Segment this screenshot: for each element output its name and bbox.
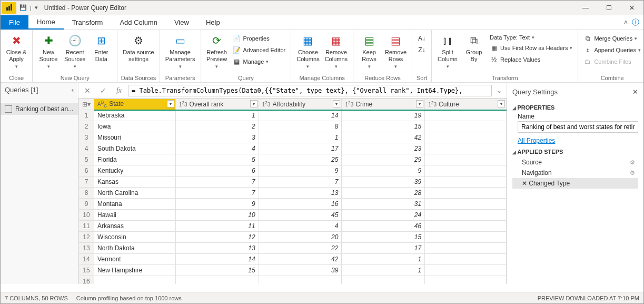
group-datasources: Data Sources xyxy=(121,74,156,82)
recent-sources-button[interactable]: 🕘Recent Sources xyxy=(62,32,87,71)
table-row[interactable]: 8North Carolina71328 xyxy=(79,188,507,199)
filter-icon[interactable]: ▾ xyxy=(250,100,257,107)
data-source-settings-button[interactable]: ⚙Data source settings xyxy=(121,32,156,64)
titlebar: 💾 | ▾ Untitled - Power Query Editor — ☐ … xyxy=(1,1,643,15)
data-type-button[interactable]: Data Type: Text xyxy=(488,33,574,42)
group-transform: Transform xyxy=(435,74,574,82)
step-navigation[interactable]: Navigation⚙ xyxy=(512,168,638,178)
expand-formula-icon[interactable]: ⌄ xyxy=(494,87,504,94)
minimize-button[interactable]: — xyxy=(574,1,597,15)
table-row[interactable]: 14Vermont14421 xyxy=(79,254,507,265)
tab-home[interactable]: Home xyxy=(28,15,64,30)
collapse-ribbon-icon[interactable]: ᐱ xyxy=(624,19,628,25)
refresh-preview-button[interactable]: ⟳Refresh Preview xyxy=(204,32,230,71)
advanced-editor-button[interactable]: 📝Advanced Editor xyxy=(231,45,288,55)
number-type-icon: 123 xyxy=(179,100,187,107)
tab-transform[interactable]: Transform xyxy=(64,15,112,30)
remove-columns-button[interactable]: ▦Remove Columns xyxy=(323,32,350,71)
table-row[interactable]: 10Hawaii104524 xyxy=(79,210,507,221)
table-row[interactable]: 11Arkansas11446 xyxy=(79,221,507,232)
sort-asc-button[interactable]: A↓ xyxy=(415,33,428,44)
query-name-input[interactable] xyxy=(518,121,638,133)
accept-formula-icon[interactable]: ✓ xyxy=(96,85,110,96)
cancel-formula-icon[interactable]: ✕ xyxy=(81,85,94,96)
table-row[interactable]: 5Florida52529 xyxy=(79,154,507,165)
col-crime[interactable]: 123Crime▾ xyxy=(342,99,425,110)
col-state[interactable]: ABCState▾ xyxy=(94,99,176,110)
col-afford[interactable]: 123Affordability▾ xyxy=(259,99,342,110)
step-source[interactable]: Source⚙ xyxy=(512,157,638,168)
applied-steps-section[interactable]: APPLIED STEPS xyxy=(512,149,638,155)
table-row[interactable]: 1Nebraska11419 xyxy=(79,110,507,121)
merge-queries-button[interactable]: ⧉Merge Queries xyxy=(581,33,643,44)
append-queries-button[interactable]: ⩲Append Queries xyxy=(581,45,643,55)
group-combine: Combine xyxy=(581,74,643,82)
properties-section[interactable]: PROPERTIES xyxy=(512,104,638,111)
step-changed-type[interactable]: ✕ Changed Type xyxy=(512,178,638,189)
col-overall[interactable]: 123Overall rank▾ xyxy=(175,99,259,110)
formula-input[interactable] xyxy=(128,85,492,96)
filter-icon[interactable]: ▾ xyxy=(416,100,423,107)
formula-bar: ✕ ✓ fx ⌄ xyxy=(78,83,507,99)
table-row[interactable]: 12Wisconsin122015 xyxy=(79,232,507,243)
all-properties-link[interactable]: All Properties xyxy=(518,137,638,144)
qat-dropdown-icon[interactable]: ▾ xyxy=(35,4,38,11)
enter-data-button[interactable]: ⊞Enter Data xyxy=(88,32,114,64)
gear-icon[interactable]: ⚙ xyxy=(630,159,635,166)
ribbon: ✖Close & Apply Close ✚New Source 🕘Recent… xyxy=(1,30,643,83)
sort-desc-button[interactable]: Z↓ xyxy=(415,45,428,55)
table-row[interactable]: 2Iowa2815 xyxy=(79,121,507,132)
group-query: Query xyxy=(204,74,288,82)
table-row[interactable]: 3Missouri3142 xyxy=(79,132,507,143)
replace-values-button[interactable]: ½Replace Values xyxy=(488,54,574,65)
close-apply-button[interactable]: ✖Close & Apply xyxy=(4,32,29,71)
keep-rows-button[interactable]: ▤Keep Rows xyxy=(356,32,382,71)
manage-button[interactable]: ▦Manage xyxy=(231,56,288,67)
window-title: Untitled - Power Query Editor xyxy=(41,4,126,12)
first-row-headers-button[interactable]: ▦Use First Row as Headers xyxy=(488,43,574,53)
table-row[interactable]: 16 xyxy=(79,276,507,285)
close-settings-icon[interactable]: ✕ xyxy=(632,88,638,96)
collapse-queries-icon[interactable]: ‹ xyxy=(72,86,74,94)
number-type-icon: 123 xyxy=(428,100,437,107)
ribbon-tabs: File Home Transform Add Column View Help… xyxy=(1,15,643,30)
tab-view[interactable]: View xyxy=(166,15,197,30)
save-icon[interactable]: 💾 xyxy=(19,4,27,11)
close-button[interactable]: ✕ xyxy=(620,1,643,15)
tab-help[interactable]: Help xyxy=(197,15,229,30)
queries-pane: Queries [1]‹ Ranking of best an... xyxy=(1,83,78,284)
manage-parameters-button[interactable]: ▭Manage Parameters xyxy=(163,32,197,71)
table-row[interactable]: 13North Dakota132217 xyxy=(79,243,507,254)
svg-rect-0 xyxy=(6,7,8,11)
col-culture[interactable]: 123Culture▾ xyxy=(425,99,507,110)
tab-file[interactable]: File xyxy=(1,15,28,30)
settings-header: Query Settings xyxy=(512,88,558,96)
remove-rows-button[interactable]: ▤Remove Rows xyxy=(383,32,409,71)
table-row[interactable]: 6Kentucky699 xyxy=(79,165,507,176)
group-close: Close xyxy=(4,74,29,82)
table-row[interactable]: 4South Dakota41723 xyxy=(79,143,507,154)
new-source-button[interactable]: ✚New Source xyxy=(36,32,61,71)
filter-icon[interactable]: ▾ xyxy=(167,100,174,107)
properties-button[interactable]: 📄Properties xyxy=(231,33,288,44)
filter-icon[interactable]: ▾ xyxy=(498,100,505,107)
group-by-button[interactable]: ⧉Group By xyxy=(461,32,487,64)
gear-icon[interactable]: ⚙ xyxy=(630,170,635,176)
table-icon-cell[interactable]: ⊞▾ xyxy=(79,99,94,110)
maximize-button[interactable]: ☐ xyxy=(597,1,620,15)
svg-rect-1 xyxy=(8,6,10,11)
status-bar: 7 COLUMNS, 50 ROWS Column profiling base… xyxy=(1,292,643,303)
table-row[interactable]: 15New Hampshire15391 xyxy=(79,265,507,276)
filter-icon[interactable]: ▾ xyxy=(333,100,340,107)
table-row[interactable]: 9Montana91631 xyxy=(79,199,507,210)
combine-files-button[interactable]: 🗀Combine Files xyxy=(581,56,643,67)
group-reducerows: Reduce Rows xyxy=(356,74,409,82)
fx-icon[interactable]: fx xyxy=(112,85,126,96)
query-item[interactable]: Ranking of best an... xyxy=(1,103,78,115)
help-icon[interactable]: ⓘ xyxy=(632,18,639,27)
tab-addcolumn[interactable]: Add Column xyxy=(111,15,166,30)
data-grid: ⊞▾ ABCState▾ 123Overall rank▾ 123Afforda… xyxy=(78,99,507,284)
split-column-button[interactable]: ⫿⫿Split Column xyxy=(435,32,460,71)
table-row[interactable]: 7Kansas7739 xyxy=(79,176,507,188)
choose-columns-button[interactable]: ▦Choose Columns xyxy=(294,32,321,71)
